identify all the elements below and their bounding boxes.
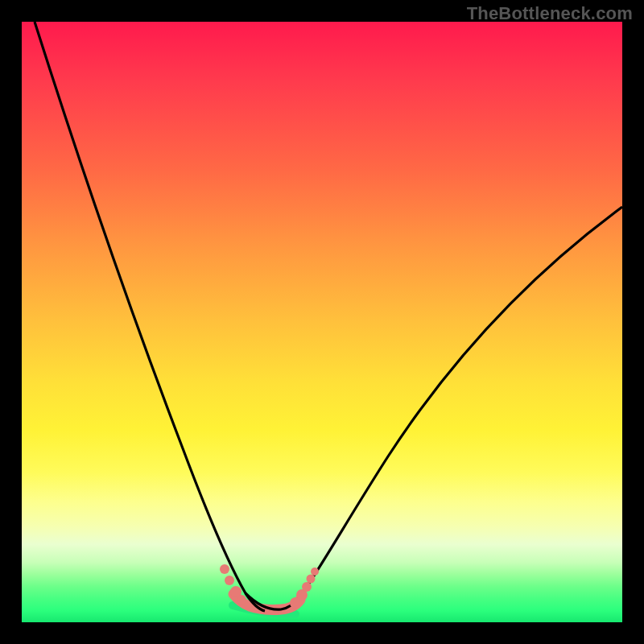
marker-dot bbox=[237, 595, 246, 605]
marker-dot bbox=[220, 564, 229, 574]
chart-svg bbox=[22, 22, 622, 622]
marker-dot bbox=[225, 576, 234, 585]
right-curve bbox=[300, 207, 622, 597]
chart-frame: TheBottleneck.com bbox=[0, 0, 644, 644]
marker-dot bbox=[302, 582, 312, 592]
plot-area bbox=[22, 22, 622, 622]
watermark-text: TheBottleneck.com bbox=[467, 3, 633, 24]
marker-dot bbox=[311, 568, 319, 576]
left-curve bbox=[35, 22, 265, 611]
marker-dot bbox=[307, 575, 316, 584]
